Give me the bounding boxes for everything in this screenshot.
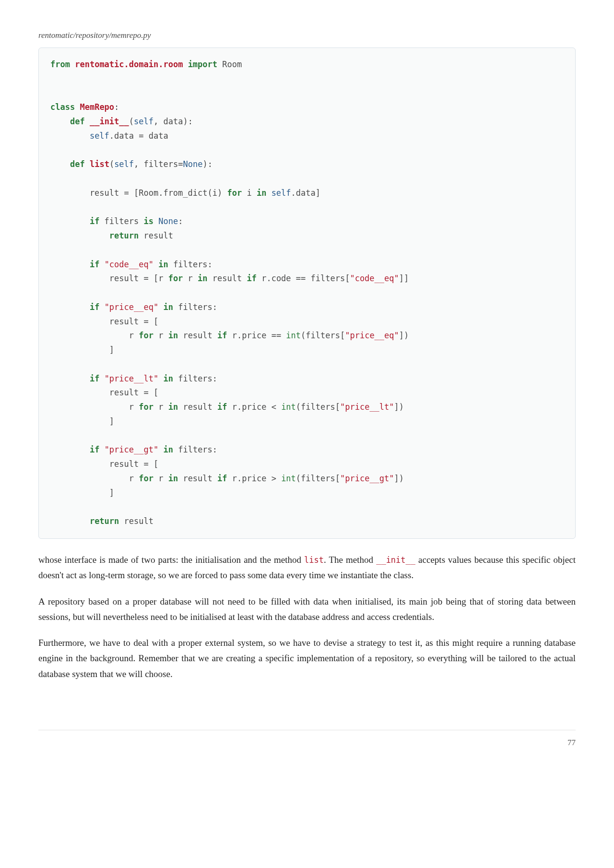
code-text: result = [Room.from_dict(i) [50, 188, 227, 198]
code-text: result [178, 331, 217, 340]
code-text: filters [99, 216, 143, 226]
sp [154, 216, 158, 226]
kw-def: def [70, 159, 85, 169]
assign: .data = data [109, 131, 168, 141]
str: "price__gt" [105, 445, 159, 454]
params: , filters= [134, 159, 183, 169]
inline-code-list: list [304, 555, 324, 565]
close: ]) [399, 331, 409, 340]
str: "price__eq" [105, 302, 159, 312]
kw-in: in [163, 374, 173, 383]
code-text: ] [50, 488, 114, 498]
kw-in: in [163, 445, 173, 454]
code-text: result [178, 474, 217, 483]
kw-in: in [168, 402, 178, 412]
class-name: MemRepo [80, 102, 114, 112]
paragraph-3: Furthermore, we have to deal with a prop… [38, 635, 576, 682]
close: ): [202, 159, 212, 169]
code-text: r [154, 331, 168, 340]
paragraph-1: whose interface is made of two parts: th… [38, 552, 576, 583]
str: "price__lt" [105, 374, 159, 383]
kw-import: import [188, 59, 217, 69]
str: "price__lt" [340, 402, 394, 412]
kw-def: def [70, 117, 85, 126]
import-target: Room [222, 59, 242, 69]
sp [99, 260, 104, 269]
module-name: rentomatic.domain.room [75, 59, 183, 69]
kw-for: for [139, 331, 154, 340]
code-text: filters: [173, 374, 217, 383]
str: "price__eq" [345, 331, 399, 340]
code-block: from rentomatic.domain.room import Room … [38, 48, 576, 539]
kw-if: if [217, 474, 227, 483]
text: whose interface is made of two parts: th… [38, 555, 304, 565]
kw-if: if [90, 445, 99, 454]
kw-for: for [139, 402, 154, 412]
code-text: result = [ [50, 388, 158, 397]
kw-is: is [144, 216, 154, 226]
code-text: r.price > [227, 474, 282, 483]
kw-if: if [90, 374, 99, 383]
kw-if: if [90, 260, 99, 269]
paragraph-2: A repository based on a proper database … [38, 594, 576, 625]
str: "code__eq" [105, 260, 154, 269]
sp [99, 445, 104, 454]
code-text: result = [ [50, 317, 158, 326]
kw-if: if [90, 216, 99, 226]
code-text: r [154, 402, 168, 412]
none: None [183, 159, 202, 169]
builtin-int: int [281, 474, 296, 483]
kw-if: if [247, 273, 256, 283]
sp [99, 302, 104, 312]
sp [158, 374, 163, 383]
sp [154, 260, 158, 269]
text: . The method [324, 555, 376, 565]
none: None [158, 216, 178, 226]
self: self [266, 188, 291, 198]
kw-from: from [50, 59, 70, 69]
code-text: result [139, 231, 173, 240]
kw-if: if [90, 302, 99, 312]
page-footer: 77 [38, 730, 576, 749]
close: ]) [394, 402, 404, 412]
code-text: r [154, 474, 168, 483]
self: self [114, 159, 134, 169]
kw-in: in [163, 302, 173, 312]
inline-code-init: __init__ [376, 555, 415, 565]
kw-return: return [109, 231, 139, 240]
code-text: .data] [291, 188, 320, 198]
fn-init: __init__ [90, 117, 129, 126]
code-text: r [50, 402, 139, 412]
code-text: (filters[ [296, 474, 340, 483]
code-text: filters: [168, 260, 213, 269]
self: self [134, 117, 154, 126]
sp [158, 302, 163, 312]
code-text: result [119, 516, 154, 526]
colon: : [178, 216, 183, 226]
close: ]] [399, 273, 409, 283]
sp [99, 374, 104, 383]
code-text: result [208, 273, 247, 283]
kw-in: in [198, 273, 207, 283]
builtin-int: int [286, 331, 301, 340]
code-text: r.price == [227, 331, 286, 340]
fn-list: list [90, 159, 109, 169]
kw-for: for [227, 188, 242, 198]
kw-class: class [50, 102, 75, 112]
kw-return: return [90, 516, 119, 526]
str: "price__gt" [340, 474, 394, 483]
kw-if: if [217, 402, 227, 412]
code-text: result [178, 402, 217, 412]
code-text: r [50, 474, 139, 483]
close: ]) [394, 474, 404, 483]
file-path-caption: rentomatic/repository/memrepo.py [38, 29, 576, 42]
kw-for: for [139, 474, 154, 483]
code-text: (filters[ [296, 402, 340, 412]
code-text: r [50, 331, 139, 340]
kw-in: in [158, 260, 168, 269]
builtin-int: int [281, 402, 296, 412]
kw-in: in [168, 331, 178, 340]
code-text: i [242, 188, 257, 198]
kw-in: in [168, 474, 178, 483]
code-text: filters: [173, 302, 217, 312]
